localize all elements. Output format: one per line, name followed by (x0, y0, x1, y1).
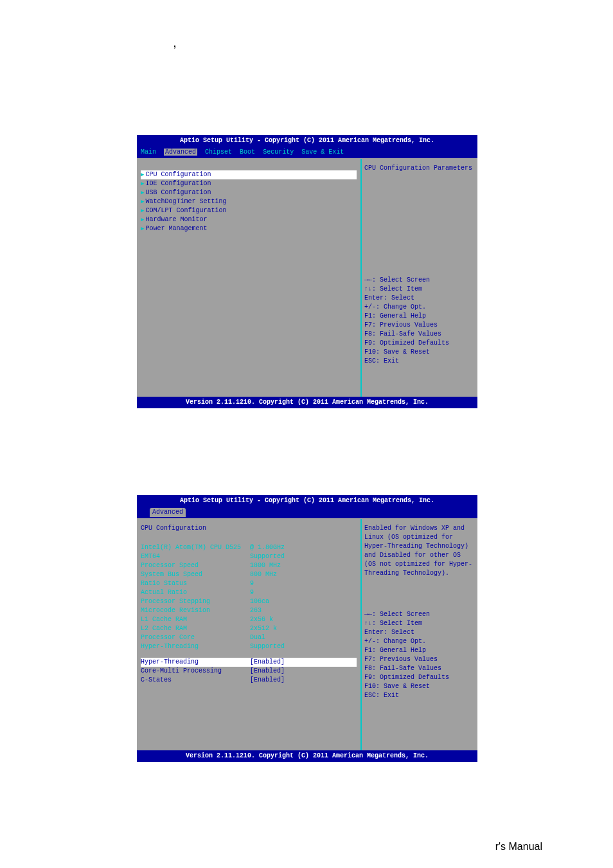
bios-window-cpu-config: Aptio Setup Utility - Copyright (C) 2011… (137, 495, 477, 762)
key-hints: →←: Select Screen ↑↓: Select Item Enter:… (364, 610, 475, 700)
body-area: ▶CPU Configuration ▶IDE Configuration ▶U… (137, 158, 477, 397)
submenu-arrow-icon: ▶ (141, 199, 144, 205)
info-value: 106ca (250, 597, 269, 606)
section-title: CPU Configuration (141, 524, 357, 533)
key-hint: F10: Save & Reset (364, 682, 475, 691)
submenu-arrow-icon: ▶ (141, 208, 144, 214)
key-hint: ESC: Exit (364, 691, 475, 700)
stray-comma: , (173, 39, 176, 49)
menu-item-label: Hardware Monitor (145, 216, 207, 223)
help-text: CPU Configuration Parameters (364, 164, 475, 173)
key-hint: F1: General Help (364, 312, 475, 321)
info-row: Ratio Status9 (141, 579, 357, 588)
info-label: Intel(R) Atom(TM) CPU D525 (141, 543, 250, 552)
menu-ide-configuration[interactable]: ▶IDE Configuration (141, 179, 357, 188)
key-hint: F1: General Help (364, 646, 475, 655)
key-hint: F9: Optimized Defaults (364, 339, 475, 348)
menu-power-management[interactable]: ▶Power Management (141, 224, 357, 233)
tab-chipset[interactable]: Chipset (205, 149, 232, 156)
submenu-arrow-icon: ▶ (141, 190, 144, 196)
info-label: Hyper-Threading (141, 642, 250, 651)
info-value: @ 1.80GHz (250, 543, 285, 552)
tab-security[interactable]: Security (263, 149, 294, 156)
info-label: Microcode Revision (141, 606, 250, 615)
info-row: Hyper-ThreadingSupported (141, 642, 357, 651)
key-hint: F7: Previous Values (364, 655, 475, 664)
key-hint: +/-: Change Opt. (364, 637, 475, 646)
option-value: [Enabled] (250, 676, 285, 685)
option-value: [Enabled] (250, 667, 285, 676)
info-row: System Bus Speed800 MHz (141, 570, 357, 579)
left-panel: ▶CPU Configuration ▶IDE Configuration ▶U… (137, 159, 362, 397)
option-value: [Enabled] (250, 658, 285, 667)
submenu-arrow-icon: ▶ (141, 217, 144, 223)
menu-hardware-monitor[interactable]: ▶Hardware Monitor (141, 215, 357, 224)
key-hint: F8: Fail-Safe Values (364, 330, 475, 339)
option-core-multi-processing[interactable]: Core-Multi Processing[Enabled] (141, 667, 357, 676)
info-row: L2 Cache RAM2x512 k (141, 624, 357, 633)
info-value: 1800 MHz (250, 561, 281, 570)
menu-usb-configuration[interactable]: ▶USB Configuration (141, 188, 357, 197)
info-label: L2 Cache RAM (141, 624, 250, 633)
key-hint: ↑↓: Select Item (364, 619, 475, 628)
title-bar: Aptio Setup Utility - Copyright (C) 2011… (137, 495, 477, 507)
menu-item-label: USB Configuration (145, 189, 211, 196)
title-bar: Aptio Setup Utility - Copyright (C) 2011… (137, 135, 477, 147)
info-label: Actual Ratio (141, 588, 250, 597)
status-bar: Version 2.11.1210. Copyright (C) 2011 Am… (137, 397, 477, 408)
menu-item-label: Power Management (145, 225, 207, 232)
info-value: 2x56 k (250, 615, 273, 624)
info-label: EMT64 (141, 552, 250, 561)
info-row: Processor Speed1800 MHz (141, 561, 357, 570)
key-hint: F7: Previous Values (364, 321, 475, 330)
info-label: System Bus Speed (141, 570, 250, 579)
menu-watchdog-setting[interactable]: ▶WatchDogTimer Setting (141, 197, 357, 206)
help-text: Enabled for Windows XP and Linux (OS opt… (364, 524, 475, 578)
submenu-arrow-icon: ▶ (141, 181, 144, 187)
body-area: CPU Configuration Intel(R) Atom(TM) CPU … (137, 518, 477, 750)
info-value: 2x512 k (250, 624, 277, 633)
key-hint: F9: Optimized Defaults (364, 673, 475, 682)
key-hint: ↑↓: Select Item (364, 285, 475, 294)
info-label: Processor Speed (141, 561, 250, 570)
submenu-arrow-icon: ▶ (141, 226, 144, 232)
key-hint: F10: Save & Reset (364, 348, 475, 357)
key-hint: +/-: Change Opt. (364, 303, 475, 312)
info-value: 800 MHz (250, 570, 277, 579)
page-footer: r's Manual (495, 841, 542, 853)
bios-window-advanced-menu: Aptio Setup Utility - Copyright (C) 2011… (137, 135, 477, 408)
key-hint: →←: Select Screen (364, 276, 475, 285)
key-hint: ESC: Exit (364, 357, 475, 366)
option-hyper-threading[interactable]: Hyper-Threading[Enabled] (141, 658, 357, 667)
info-value: 263 (250, 606, 262, 615)
key-hint: →←: Select Screen (364, 610, 475, 619)
info-row: Intel(R) Atom(TM) CPU D525@ 1.80GHz (141, 543, 357, 552)
info-row: L1 Cache RAM2x56 k (141, 615, 357, 624)
menu-item-label: COM/LPT Configuration (145, 207, 226, 214)
help-panel: Enabled for Windows XP and Linux (OS opt… (362, 519, 477, 750)
key-hint: Enter: Select (364, 294, 475, 303)
info-value: 9 (250, 588, 254, 597)
option-c-states[interactable]: C-States[Enabled] (141, 676, 357, 685)
info-value: Dual (250, 633, 265, 642)
key-hints: →←: Select Screen ↑↓: Select Item Enter:… (364, 276, 475, 366)
tab-boot[interactable]: Boot (240, 149, 255, 156)
tab-save-exit[interactable]: Save & Exit (301, 149, 344, 156)
menu-bar[interactable]: Main Advanced Chipset Boot Security Save… (137, 147, 477, 158)
menu-com-lpt-configuration[interactable]: ▶COM/LPT Configuration (141, 206, 357, 215)
menu-item-label: WatchDogTimer Setting (145, 198, 226, 205)
menu-cpu-configuration[interactable]: ▶CPU Configuration (141, 170, 357, 179)
tab-advanced[interactable]: Advanced (150, 508, 186, 517)
info-label: Processor Stepping (141, 597, 250, 606)
info-row: Processor Stepping106ca (141, 597, 357, 606)
tab-advanced[interactable]: Advanced (164, 149, 197, 156)
key-hint: Enter: Select (364, 628, 475, 637)
status-bar: Version 2.11.1210. Copyright (C) 2011 Am… (137, 750, 477, 762)
info-label: Processor Core (141, 633, 250, 642)
help-panel: CPU Configuration Parameters →←: Select … (362, 159, 477, 397)
tab-main[interactable]: Main (141, 149, 156, 156)
info-row: Microcode Revision263 (141, 606, 357, 615)
info-label: Ratio Status (141, 579, 250, 588)
option-label: Hyper-Threading (141, 658, 250, 667)
left-panel: CPU Configuration Intel(R) Atom(TM) CPU … (137, 519, 362, 750)
